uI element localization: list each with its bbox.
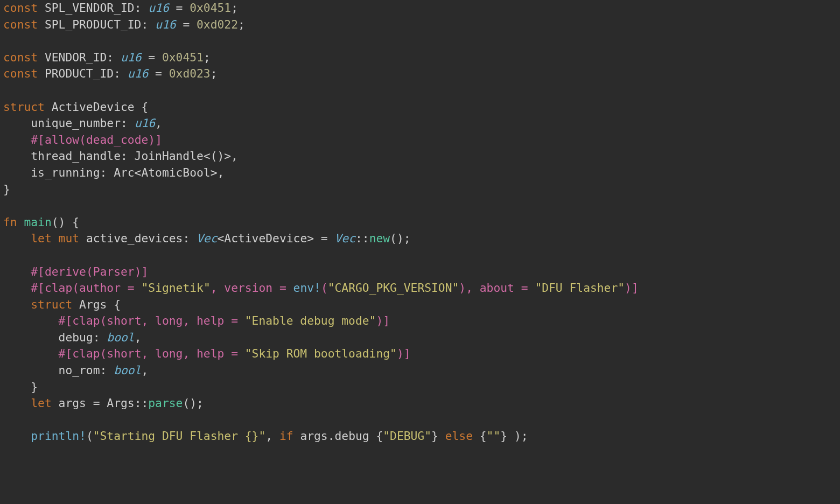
code-token: env! — [293, 281, 321, 295]
code-line[interactable]: fn main() { — [3, 215, 79, 229]
code-token: mut — [59, 232, 86, 245]
code-line[interactable]: no_rom: bool, — [3, 363, 148, 377]
code-token: ] — [632, 281, 639, 295]
code-line[interactable]: const SPL_PRODUCT_ID: u16 = 0xd022; — [3, 18, 245, 31]
code-token: u16 — [148, 1, 169, 15]
code-line[interactable]: const PRODUCT_ID: u16 = 0xd023; — [3, 67, 218, 80]
code-token: bool — [114, 363, 141, 377]
code-token: } — [3, 183, 10, 196]
code-token: "Signetik" — [141, 281, 210, 295]
code-token: is_running: Arc<AtomicBool>, — [3, 166, 224, 179]
code-token: const — [3, 1, 45, 15]
code-token: unique_number: — [3, 116, 135, 130]
code-token: allow — [45, 133, 79, 146]
code-token: #[ — [31, 281, 45, 295]
code-line[interactable]: struct Args { — [3, 298, 121, 311]
code-token: u16 — [135, 116, 155, 130]
code-token: : — [141, 18, 155, 31]
code-token — [3, 396, 31, 410]
code-token: { — [480, 429, 487, 443]
code-token: else — [445, 429, 480, 443]
code-token: (); — [183, 396, 203, 410]
code-token: ActiveDevice — [52, 100, 142, 114]
code-token: , — [265, 429, 279, 443]
code-line[interactable]: is_running: Arc<AtomicBool>, — [3, 166, 224, 179]
code-token — [3, 314, 59, 327]
code-token: ) — [625, 281, 632, 295]
code-line[interactable]: const SPL_VENDOR_ID: u16 = 0x0451; — [3, 1, 238, 15]
code-token: VENDOR_ID — [45, 51, 107, 64]
code-line[interactable]: } — [3, 183, 10, 196]
code-token: u16 — [128, 67, 148, 80]
code-token: ( — [100, 347, 107, 360]
code-token: { — [141, 100, 148, 114]
code-token: , — [135, 331, 142, 344]
code-token: dead_code — [86, 133, 148, 146]
code-token: "DEBUG" — [383, 429, 431, 443]
code-token: ) — [459, 281, 466, 295]
code-token: derive — [45, 265, 86, 278]
code-token: <ActiveDevice> = — [218, 232, 335, 245]
code-token: no_rom: — [3, 363, 114, 377]
code-token: bool — [107, 331, 134, 344]
code-token: let — [31, 396, 58, 410]
code-token — [3, 298, 31, 311]
code-line[interactable]: println!("Starting DFU Flasher {}", if a… — [3, 429, 528, 443]
code-token: #[ — [31, 133, 45, 146]
code-line[interactable]: } — [3, 380, 38, 394]
code-line[interactable]: #[allow(dead_code)] — [3, 133, 162, 146]
code-token: ( — [86, 265, 93, 278]
code-line[interactable]: #[clap(short, long, help = "Skip ROM boo… — [3, 347, 411, 360]
code-line[interactable]: debug: bool, — [3, 331, 141, 344]
code-token: #[ — [59, 314, 73, 327]
code-token: short, long, help = — [107, 314, 244, 327]
code-token: let — [31, 232, 58, 245]
code-token: ] — [383, 314, 390, 327]
code-token: Vec — [197, 232, 217, 245]
code-token: = — [141, 51, 162, 64]
code-token: Vec — [335, 232, 355, 245]
code-token: new — [369, 232, 390, 245]
code-line[interactable]: thread_handle: JoinHandle<()>, — [3, 149, 238, 163]
code-line[interactable]: #[clap(author = "Signetik", version = en… — [3, 281, 639, 295]
code-token: ) — [376, 314, 383, 327]
code-token: ] — [155, 133, 162, 146]
code-line[interactable]: struct ActiveDevice { — [3, 100, 148, 114]
code-token: clap — [45, 281, 72, 295]
code-token: SPL_VENDOR_ID — [45, 1, 135, 15]
code-token: = — [148, 67, 169, 80]
code-line[interactable]: let args = Args::parse(); — [3, 396, 204, 410]
code-token: : — [114, 67, 128, 80]
code-token: "DFU Flasher" — [535, 281, 625, 295]
code-token: "CARGO_PKG_VERSION" — [328, 281, 459, 295]
code-line[interactable]: let mut active_devices: Vec<ActiveDevice… — [3, 232, 411, 245]
code-token: active_devices: — [86, 232, 197, 245]
code-token: Args — [79, 298, 114, 311]
code-token: "Starting DFU Flasher {}" — [93, 429, 266, 443]
code-token: { — [376, 429, 383, 443]
code-token: clap — [72, 347, 100, 360]
code-editor[interactable]: const SPL_VENDOR_ID: u16 = 0x0451; const… — [0, 0, 840, 445]
code-token: ( — [86, 429, 93, 443]
code-token: ( — [79, 133, 86, 146]
code-token: ; — [231, 1, 238, 15]
code-token: () { — [52, 215, 79, 229]
code-token: , about = — [466, 281, 535, 295]
code-line[interactable]: unique_number: u16, — [3, 116, 162, 130]
code-token: : — [135, 1, 149, 15]
code-token — [3, 429, 31, 443]
code-line[interactable]: #[derive(Parser)] — [3, 265, 148, 278]
code-token: thread_handle: JoinHandle<()>, — [3, 149, 238, 163]
code-token: ; — [204, 51, 211, 64]
code-token: : — [107, 51, 121, 64]
code-token: fn — [3, 215, 24, 229]
code-line[interactable]: const VENDOR_ID: u16 = 0x0451; — [3, 51, 211, 64]
code-token: ( — [100, 314, 107, 327]
code-token: "" — [487, 429, 501, 443]
code-token: ) — [397, 347, 404, 360]
code-token: short, long, help = — [107, 347, 244, 360]
code-token: args.debug — [300, 429, 376, 443]
code-token: args = Args:: — [59, 396, 149, 410]
code-line[interactable]: #[clap(short, long, help = "Enable debug… — [3, 314, 390, 327]
code-token: 0xd023 — [169, 67, 211, 80]
